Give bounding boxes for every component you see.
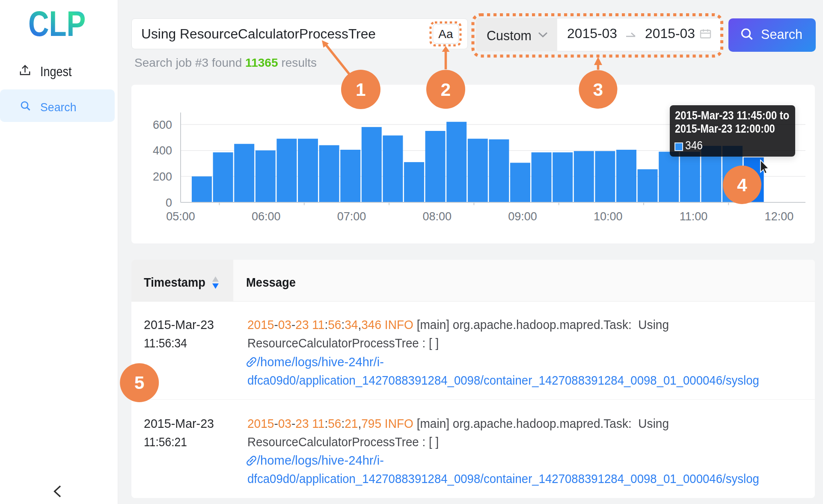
svg-text:12:00: 12:00 [765, 210, 794, 223]
svg-text:200: 200 [153, 170, 172, 183]
svg-text:05:00: 05:00 [166, 210, 195, 223]
svg-text:11:00: 11:00 [680, 210, 708, 223]
svg-text:08:00: 08:00 [423, 210, 452, 223]
svg-text:0: 0 [166, 196, 172, 209]
svg-text:06:00: 06:00 [252, 210, 281, 223]
svg-text:400: 400 [153, 144, 172, 157]
svg-text:07:00: 07:00 [337, 210, 366, 223]
svg-text:10:00: 10:00 [594, 210, 623, 223]
svg-text:600: 600 [153, 119, 172, 131]
svg-text:09:00: 09:00 [508, 210, 537, 223]
